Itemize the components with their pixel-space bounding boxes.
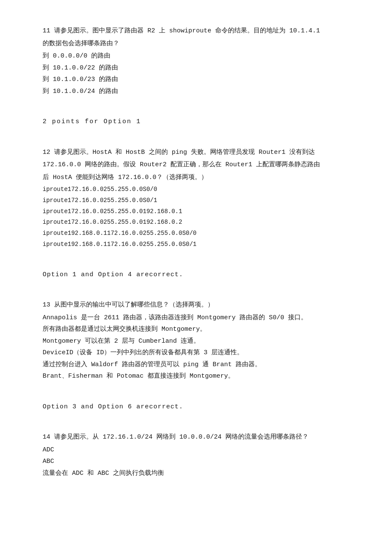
q14-ans2: ABC xyxy=(43,456,349,467)
section-correct12: Option 1 and Option 4 arecorrect. xyxy=(43,269,349,280)
q11-ans1: 到 0.0.0.0/0 的路由 xyxy=(43,51,349,62)
correct-q13: Option 3 and Option 6 arecorrect. xyxy=(43,402,349,413)
q12-code5: iproute192.168.0.1172.16.0.0255.255.0.0S… xyxy=(43,228,349,239)
q11-ans4: 到 10.1.0.0/24 的路由 xyxy=(43,86,349,97)
q12-line3: 后 HostA 便能到达网络 172.16.0.0？（选择两项。） xyxy=(43,172,349,183)
q12-code4: iproute172.16.0.0255.255.0.0192.168.0.2 xyxy=(43,217,349,228)
q13-ans5: 通过控制台进入 Waldorf 路由器的管理员可以 ping 通 Brant 路… xyxy=(43,359,349,370)
q11-line2: 的数据包会选择哪条路由？ xyxy=(43,38,349,49)
q12-line1: 12 请参见图示。HostA 和 HostB 之间的 ping 失败。网络管理员… xyxy=(43,147,349,158)
q13-ans6: Brant、Fisherman 和 Potomac 都直接连接到 Montgom… xyxy=(43,371,349,382)
q11-ans3: 到 10.1.0.0/23 的路由 xyxy=(43,74,349,85)
q13-ans4: DeviceID（设备 ID）一列中列出的所有设备都具有第 3 层连通性。 xyxy=(43,347,349,358)
page-content: 11 请参见图示。图中显示了路由器 R2 上 showiproute 命令的结果… xyxy=(43,26,349,479)
points-q11: 2 points for Option 1 xyxy=(43,116,349,127)
q13-ans2: 所有路由器都是通过以太网交换机连接到 Montgomery。 xyxy=(43,324,349,335)
q13-line1: 13 从图中显示的输出中可以了解哪些信息？（选择两项。） xyxy=(43,300,349,311)
q13-ans3: Montgomery 可以在第 2 层与 Cumberland 连通。 xyxy=(43,336,349,347)
q12-code1: iproute172.16.0.0255.255.0.0S0/0 xyxy=(43,185,349,195)
section-q11: 11 请参见图示。图中显示了路由器 R2 上 showiproute 命令的结果… xyxy=(43,26,349,97)
q14-ans1: ADC xyxy=(43,445,349,456)
q14-line1: 14 请参见图示。从 172.16.1.0/24 网络到 10.0.0.0/24… xyxy=(43,432,349,443)
q12-code3: iproute172.16.0.0255.255.0.0192.168.0.1 xyxy=(43,207,349,217)
correct-q12: Option 1 and Option 4 arecorrect. xyxy=(43,269,349,280)
section-q14: 14 请参见图示。从 172.16.1.0/24 网络到 10.0.0.0/24… xyxy=(43,432,349,479)
q11-line1: 11 请参见图示。图中显示了路由器 R2 上 showiproute 命令的结果… xyxy=(43,26,349,37)
section-points11: 2 points for Option 1 xyxy=(43,116,349,127)
q14-ans3: 流量会在 ADC 和 ABC 之间执行负载均衡 xyxy=(43,468,349,479)
q12-code6: iproute192.168.0.1172.16.0.0255.255.0.0S… xyxy=(43,240,349,250)
section-correct13: Option 3 and Option 6 arecorrect. xyxy=(43,402,349,413)
q11-ans2: 到 10.1.0.0/22 的路由 xyxy=(43,63,349,74)
section-q12: 12 请参见图示。HostA 和 HostB 之间的 ping 失败。网络管理员… xyxy=(43,147,349,250)
q12-code2: iproute172.16.0.0255.255.0.0S0/1 xyxy=(43,196,349,206)
section-q13: 13 从图中显示的输出中可以了解哪些信息？（选择两项。） Annapolis 是… xyxy=(43,300,349,382)
q13-ans1: Annapolis 是一台 2611 路由器，该路由器连接到 Montgomer… xyxy=(43,312,349,324)
q12-line2: 172.16.0.0 网络的路由。假设 Router2 配置正确，那么在 Rou… xyxy=(43,159,349,171)
